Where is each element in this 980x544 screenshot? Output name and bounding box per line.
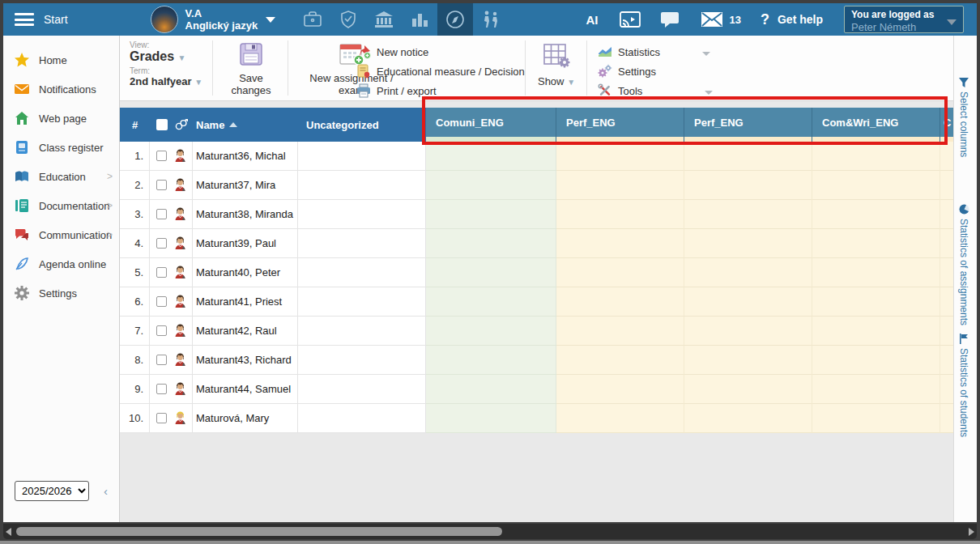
logged-in-user-box[interactable]: You are logged as Peter Németh xyxy=(844,6,964,33)
student-name[interactable]: Maturant44, Samuel xyxy=(193,375,298,404)
excursion-people-icon[interactable] xyxy=(473,3,509,36)
tab-statistics-of-students[interactable]: Statistics of students xyxy=(958,334,969,437)
user-dropdown-caret[interactable] xyxy=(947,19,957,25)
row-checkbox[interactable] xyxy=(156,209,167,219)
help-question-icon[interactable]: ? xyxy=(761,11,769,28)
assignment-column-header[interactable]: Perf_ENG xyxy=(556,108,684,142)
grade-cell-comuni[interactable] xyxy=(426,229,556,258)
grade-cell-comwri[interactable] xyxy=(812,317,940,346)
sidebar-item-class-register[interactable]: Class register xyxy=(3,133,119,162)
grade-cell-perf-2[interactable] xyxy=(684,171,812,200)
grade-cell-perf-1[interactable] xyxy=(556,287,684,317)
scroll-right-arrow[interactable] xyxy=(969,528,974,536)
grade-cell-comwri[interactable] xyxy=(812,142,940,171)
grade-cell-partial[interactable] xyxy=(940,287,953,317)
statistics-menu[interactable]: Statistics xyxy=(598,42,760,62)
shield-check-icon[interactable] xyxy=(330,3,366,36)
grade-cell-partial[interactable] xyxy=(940,171,953,200)
class-dropdown-caret[interactable] xyxy=(266,17,275,23)
student-name[interactable]: Maturant39, Paul xyxy=(193,229,298,258)
view-selector[interactable]: Grades ▼ xyxy=(130,49,202,64)
grade-cell-perf-1[interactable] xyxy=(556,404,684,433)
student-name[interactable]: Maturant37, Mira xyxy=(193,171,298,200)
grade-cell-comwri[interactable] xyxy=(812,229,940,258)
assignment-column-header[interactable]: Perf_ENG xyxy=(684,108,812,142)
grade-cell-partial[interactable] xyxy=(940,404,953,433)
scrollbar-thumb[interactable] xyxy=(16,527,502,536)
start-menu[interactable]: Start xyxy=(44,13,68,26)
grade-cell-comuni[interactable] xyxy=(426,287,556,317)
term-selector[interactable]: 2nd halfyear ▼ xyxy=(130,75,202,87)
class-avatar[interactable] xyxy=(151,6,178,33)
grade-cell-partial[interactable] xyxy=(940,375,953,404)
explore-compass-icon[interactable] xyxy=(437,3,473,36)
grade-cell-perf-1[interactable] xyxy=(556,171,684,200)
scroll-left-arrow[interactable] xyxy=(6,528,11,536)
row-checkbox[interactable] xyxy=(156,151,167,161)
select-all-checkbox[interactable] xyxy=(156,119,168,130)
grade-cell-partial[interactable] xyxy=(940,229,953,258)
hamburger-menu-icon[interactable] xyxy=(15,13,34,26)
grade-cell-uncategorized[interactable] xyxy=(298,404,426,433)
tools-caret[interactable] xyxy=(705,91,713,95)
student-name[interactable]: Maturant42, Raul xyxy=(193,317,298,346)
settings-menu[interactable]: Settings xyxy=(598,62,760,81)
grade-cell-comuni[interactable] xyxy=(426,404,556,433)
bank-icon[interactable] xyxy=(366,3,402,36)
row-checkbox[interactable] xyxy=(156,325,167,336)
sidebar-item-notifications[interactable]: Notifications xyxy=(3,74,119,104)
grade-cell-comuni[interactable] xyxy=(426,258,556,287)
grade-cell-perf-2[interactable] xyxy=(684,142,812,171)
grade-cell-perf-1[interactable] xyxy=(556,317,684,346)
grade-cell-comwri[interactable] xyxy=(812,287,940,317)
school-year-select[interactable]: 2025/2026 xyxy=(15,481,89,501)
row-checkbox[interactable] xyxy=(156,384,167,394)
briefcase-icon[interactable] xyxy=(295,3,330,36)
mail-icon[interactable]: 13 xyxy=(701,11,741,28)
print-export-button[interactable]: Print / export xyxy=(356,81,535,100)
grade-cell-uncategorized[interactable] xyxy=(298,200,426,229)
grade-cell-comuni[interactable] xyxy=(426,317,556,346)
student-name[interactable]: Maturant41, Priest xyxy=(193,287,298,317)
assignment-column-header[interactable]: Comuni_ENG xyxy=(426,108,556,142)
column-header-uncategorized[interactable]: Uncategorized xyxy=(298,108,426,142)
grade-cell-perf-2[interactable] xyxy=(684,375,812,404)
grade-cell-perf-2[interactable] xyxy=(684,258,812,287)
student-name[interactable]: Maturová, Mary xyxy=(193,404,298,433)
grade-cell-partial[interactable] xyxy=(940,258,953,287)
tab-statistics-of-assignments[interactable]: Statistics of assignments xyxy=(958,204,969,325)
row-checkbox[interactable] xyxy=(156,238,167,249)
sidebar-item-education[interactable]: Education > xyxy=(3,162,119,191)
grade-cell-perf-2[interactable] xyxy=(684,287,812,317)
row-checkbox[interactable] xyxy=(156,413,167,423)
grade-cell-uncategorized[interactable] xyxy=(298,229,426,258)
grade-cell-comuni[interactable] xyxy=(426,142,556,171)
assignment-column-header[interactable]: Com&Wri_ENG xyxy=(812,108,940,142)
grade-cell-comwri[interactable] xyxy=(812,404,940,433)
grade-cell-perf-1[interactable] xyxy=(556,142,684,171)
grade-cell-perf-1[interactable] xyxy=(556,229,684,258)
sidebar-item-agenda-online[interactable]: Agenda online xyxy=(3,249,119,278)
grade-cell-uncategorized[interactable] xyxy=(298,142,426,171)
grade-cell-comuni[interactable] xyxy=(426,346,556,375)
grade-cell-perf-2[interactable] xyxy=(684,404,812,433)
grade-cell-perf-2[interactable] xyxy=(684,346,812,375)
student-name[interactable]: Maturant36, Michal xyxy=(193,142,298,171)
row-checkbox[interactable] xyxy=(156,180,167,190)
sidebar-item-home[interactable]: Home xyxy=(3,45,119,74)
row-checkbox[interactable] xyxy=(156,296,167,307)
grade-cell-uncategorized[interactable] xyxy=(298,317,426,346)
bar-chart-icon[interactable] xyxy=(402,3,437,36)
grade-cell-perf-1[interactable] xyxy=(556,258,684,287)
grade-cell-perf-1[interactable] xyxy=(556,346,684,375)
screencast-icon[interactable] xyxy=(620,11,641,28)
ai-button[interactable]: AI xyxy=(586,13,599,27)
tab-select-columns[interactable]: Select columns xyxy=(958,78,969,157)
grade-cell-comwri[interactable] xyxy=(812,171,940,200)
grade-cell-uncategorized[interactable] xyxy=(298,375,426,404)
grade-cell-perf-1[interactable] xyxy=(556,200,684,229)
grade-cell-comuni[interactable] xyxy=(426,200,556,229)
grade-cell-perf-1[interactable] xyxy=(556,375,684,404)
sidebar-item-web-page[interactable]: Web page xyxy=(3,104,119,133)
grade-cell-perf-2[interactable] xyxy=(684,229,812,258)
